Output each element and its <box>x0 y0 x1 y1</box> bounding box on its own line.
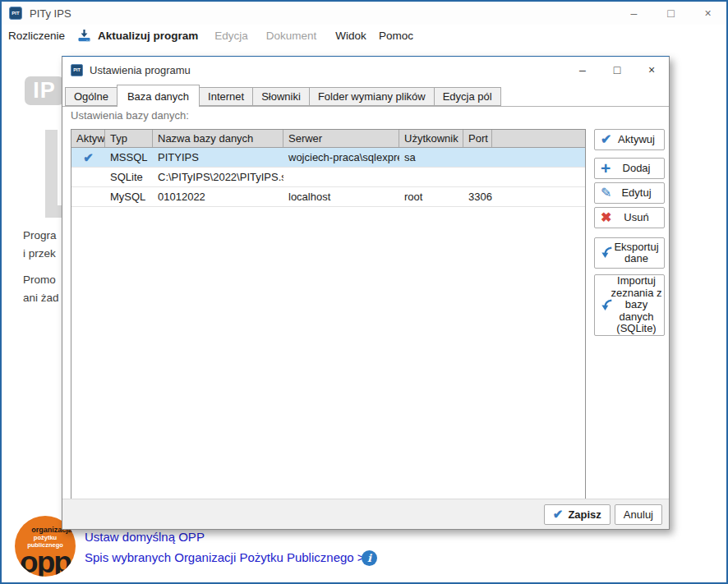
edit-pencil-icon: ✎ <box>601 186 611 200</box>
table-row[interactable]: MySQL 01012022 localhost root 3306 <box>71 187 585 207</box>
menu-edycja[interactable]: Edycja <box>214 30 248 42</box>
cell-port: 3306 <box>463 191 492 203</box>
usun-button[interactable]: ✖ Usuń <box>594 207 665 228</box>
cell-nazwa: C:\PITyIPS\2022\PITyIPS.sdb <box>153 171 283 183</box>
tabstrip: Ogólne Baza danych Internet Słowniki Fol… <box>62 85 669 106</box>
tab-edycja-pol[interactable]: Edycja pól <box>434 87 501 106</box>
menu-aktualizuj-program[interactable]: Aktualizuj program <box>98 30 198 42</box>
active-check-icon: ✔ <box>83 151 94 164</box>
column-header-port[interactable]: Port <box>463 130 492 147</box>
check-icon: ✔ <box>553 507 564 522</box>
dialog-minimize-icon[interactable]: – <box>565 57 600 82</box>
tab-slowniki[interactable]: Słowniki <box>252 87 310 106</box>
menu-pomoc[interactable]: Pomoc <box>379 30 413 42</box>
opp-logo-big-text: opp <box>15 549 76 577</box>
menu-dokument[interactable]: Dokument <box>266 30 317 42</box>
cell-uzytkownik: root <box>399 191 463 203</box>
curved-arrow-icon <box>601 246 614 260</box>
menu-bar: Rozliczenie Aktualizuj program Edycja Do… <box>2 25 726 46</box>
delete-x-icon: ✖ <box>601 211 611 224</box>
column-header-aktywna[interactable]: Aktywna <box>71 130 105 147</box>
table-row[interactable]: ✔ MSSQL PITYIPS wojciech-praca\sqlexpres… <box>71 148 585 168</box>
dialog-title: Ustawienia programu <box>90 64 191 76</box>
ips-logo-shape-vertical <box>45 130 58 205</box>
zapisz-button-label: Zapisz <box>568 508 601 521</box>
dialog-titlebar: PIT Ustawienia programu – □ × <box>62 57 669 83</box>
close-icon[interactable]: × <box>689 2 726 25</box>
cell-serwer: wojciech-praca\sqlexpress <box>283 151 399 163</box>
table-row[interactable]: SQLite C:\PITyIPS\2022\PITyIPS.sdb <box>71 168 585 187</box>
database-grid: Aktywna Typ Nazwa bazy danych Serwer Uży… <box>71 129 586 500</box>
settings-dialog: PIT Ustawienia programu – □ × Ogólne Baz… <box>62 56 670 530</box>
column-header-uzytkownik[interactable]: Użytkownik <box>399 130 463 147</box>
dialog-maximize-icon[interactable]: □ <box>600 57 634 82</box>
eksportuj-dane-button[interactable]: Eksportuj dane <box>594 237 665 269</box>
anuluj-button[interactable]: Anuluj <box>615 504 662 525</box>
column-header-filler <box>492 130 585 147</box>
check-icon: ✔ <box>601 133 611 146</box>
grid-header: Aktywna Typ Nazwa bazy danych Serwer Uży… <box>71 130 585 148</box>
tab-baza-danych[interactable]: Baza danych <box>117 85 200 107</box>
active-cell: ✔ <box>71 151 105 164</box>
dialog-window-controls: – □ × <box>565 57 669 82</box>
app-icon: PIT <box>9 7 22 20</box>
importuj-zeznania-button[interactable]: Importuj zeznania z bazy danych (SQLite) <box>594 274 665 336</box>
info-icon[interactable]: i <box>362 550 377 566</box>
tab-folder-wymiany-plikow[interactable]: Folder wymiany plików <box>309 87 435 106</box>
column-header-serwer[interactable]: Serwer <box>283 130 399 147</box>
main-titlebar: PIT PITy IPS – □ × <box>2 2 726 25</box>
column-header-nazwa[interactable]: Nazwa bazy danych <box>153 130 283 147</box>
maximize-icon[interactable]: □ <box>652 2 689 25</box>
ips-logo-badge: IP <box>25 76 64 105</box>
bg-text-line: i przek <box>23 245 57 263</box>
link-set-default-opp[interactable]: Ustaw domyślną OPP <box>85 530 205 544</box>
section-label: Ustawienia bazy danych: <box>71 109 189 122</box>
dodaj-button[interactable]: + Dodaj <box>594 158 665 179</box>
link-opp-list[interactable]: Spis wybranych Organizacji Pożytku Publi… <box>85 550 371 564</box>
menu-rozliczenie[interactable]: Rozliczenie <box>8 30 65 42</box>
dialog-app-icon: PIT <box>71 64 83 76</box>
cell-uzytkownik: sa <box>399 151 463 163</box>
cell-typ: MSSQL <box>105 151 153 163</box>
window-title: PITy IPS <box>30 7 71 20</box>
curved-arrow-icon <box>601 298 614 313</box>
bg-text-line: Progra <box>23 227 57 245</box>
dialog-footer: ✔ Zapisz Anuluj <box>62 499 669 529</box>
plus-icon: + <box>601 159 611 177</box>
download-icon <box>77 29 91 43</box>
cell-nazwa: PITYIPS <box>153 151 283 163</box>
edytuj-button[interactable]: ✎ Edytuj <box>594 182 665 204</box>
cell-nazwa: 01012022 <box>153 191 283 203</box>
menu-widok[interactable]: Widok <box>335 30 366 42</box>
window-controls: – □ × <box>615 2 726 25</box>
minimize-icon[interactable]: – <box>615 2 652 25</box>
anuluj-button-label: Anuluj <box>624 508 653 521</box>
background-paragraph-2: Promo ani żad <box>23 271 59 307</box>
cell-typ: SQLite <box>105 171 153 183</box>
aktywuj-button[interactable]: ✔ Aktywuj <box>594 129 665 150</box>
bg-text-line: Promo <box>23 271 59 289</box>
background-paragraph-1: Progra i przek <box>23 227 57 263</box>
bg-text-line: ani żad <box>23 289 59 307</box>
cell-serwer: localhost <box>283 191 399 203</box>
cell-typ: MySQL <box>105 191 153 203</box>
zapisz-button[interactable]: ✔ Zapisz <box>544 504 611 525</box>
tab-internet[interactable]: Internet <box>199 87 253 106</box>
dialog-close-icon[interactable]: × <box>634 57 669 82</box>
tab-ogolne[interactable]: Ogólne <box>65 87 117 106</box>
column-header-typ[interactable]: Typ <box>105 130 153 147</box>
